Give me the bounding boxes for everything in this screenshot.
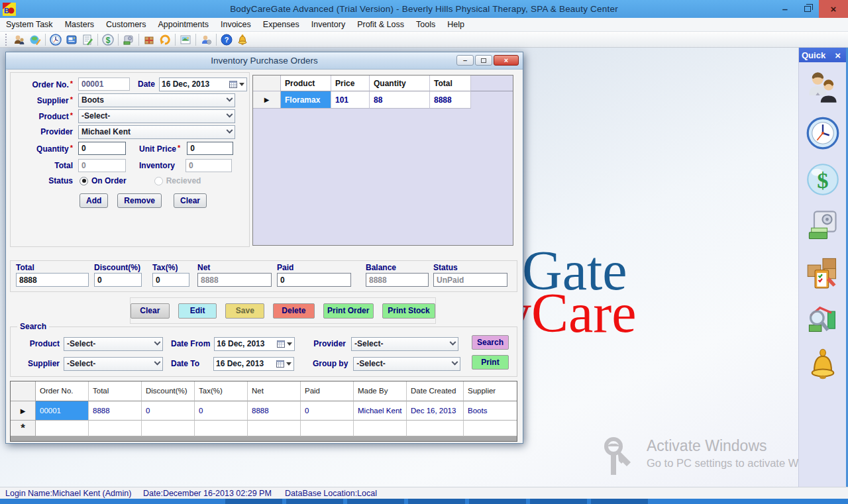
new-row-selector-cell[interactable]: * (11, 421, 36, 436)
menu-profit-loss[interactable]: Profit & Loss (351, 19, 410, 30)
cell-net[interactable]: 8888 (248, 401, 301, 421)
cell-total[interactable]: 8888 (430, 91, 471, 109)
print-button[interactable]: Print (472, 355, 509, 370)
toolbar-reminder-button[interactable] (235, 32, 250, 47)
empty-cell[interactable] (195, 421, 248, 436)
menu-inventory[interactable]: Inventory (305, 19, 351, 30)
edit-button[interactable]: Edit (178, 303, 217, 319)
supplier-combobox[interactable]: Boots (78, 93, 235, 107)
order-no-field[interactable]: 00001 (78, 77, 130, 91)
empty-cell[interactable] (301, 421, 354, 436)
toolbar-reports-button[interactable] (178, 32, 193, 47)
cell-paid[interactable]: 0 (301, 401, 354, 421)
orders-col-paid[interactable]: Paid (301, 381, 354, 401)
quantity-field[interactable]: 0 (78, 142, 126, 155)
quick-reminder-button[interactable] (806, 347, 840, 383)
cell-price[interactable]: 101 (331, 91, 370, 109)
cell-made-by[interactable]: Michael Kent (354, 401, 407, 421)
totals-discount-field[interactable]: 0 (94, 273, 142, 287)
product-combobox[interactable]: -Select- (78, 109, 235, 123)
toolbar-inventory-button[interactable] (141, 32, 157, 47)
empty-cell[interactable] (89, 421, 142, 436)
toolbar-user-search-button[interactable] (11, 32, 27, 47)
toolbar-phonebook-button[interactable] (64, 32, 80, 47)
items-col-product[interactable]: Product (281, 76, 331, 91)
empty-cell[interactable] (248, 421, 301, 436)
orders-col-made-by[interactable]: Made By (354, 381, 407, 401)
orders-col-net[interactable]: Net (248, 381, 301, 401)
menu-masters[interactable]: Masters (59, 19, 100, 30)
restore-button[interactable] (796, 0, 819, 18)
quick-inventory-button[interactable] (806, 254, 840, 290)
empty-cell[interactable] (36, 421, 89, 436)
orders-grid-row[interactable]: ▶ 00001 8888 0 0 8888 0 Michael Kent Dec… (11, 401, 517, 421)
search-product-combobox[interactable]: -Select- (64, 337, 163, 351)
clear-order-button[interactable]: Clear (131, 303, 170, 319)
items-grid-row[interactable]: ▶ Floramax 101 88 8888 (253, 91, 513, 109)
orders-col-total[interactable]: Total (89, 381, 142, 401)
quick-payments-button[interactable]: $ (806, 162, 840, 197)
save-button[interactable]: Save (225, 303, 264, 319)
dialog-maximize-button[interactable] (475, 55, 492, 66)
quick-panel-header[interactable]: Quick × (799, 48, 846, 62)
toolbar-payments-button[interactable]: $ (100, 32, 116, 47)
items-col-quantity[interactable]: Quantity (370, 76, 430, 91)
items-col-total[interactable]: Total (430, 76, 471, 91)
cell-total[interactable]: 8888 (89, 401, 142, 421)
toolbar-expenses-button[interactable] (121, 32, 136, 47)
row-selector-cell[interactable]: ▶ (11, 401, 36, 421)
toolbar-settings-button[interactable] (198, 32, 214, 47)
status-received-radio[interactable]: Recieved (154, 176, 201, 185)
clear-line-button[interactable]: Clear (174, 193, 207, 208)
provider-combobox[interactable]: Michael Kent (78, 125, 235, 139)
add-button[interactable]: Add (80, 193, 108, 208)
cell-date-created[interactable]: Dec 16, 2013 (407, 401, 464, 421)
row-selector-cell[interactable]: ▶ (253, 91, 281, 109)
menu-invoices[interactable]: Invoices (215, 19, 257, 30)
totals-total-field[interactable]: 8888 (16, 273, 89, 287)
menu-expenses[interactable]: Expenses (257, 19, 305, 30)
toolbar-clock-button[interactable] (48, 32, 64, 47)
window-titlebar[interactable]: B BodyCareGate Advanced (Trial Version) … (0, 0, 848, 18)
search-supplier-combobox[interactable]: -Select- (64, 357, 163, 371)
quick-close-icon[interactable]: × (832, 50, 843, 61)
dialog-titlebar[interactable]: Inventory Purchase Orders – × (6, 52, 523, 70)
minimize-button[interactable]: – (774, 0, 796, 18)
empty-cell[interactable] (407, 421, 464, 436)
items-col-price[interactable]: Price (331, 76, 370, 91)
totals-tax-field[interactable]: 0 (152, 273, 189, 287)
cell-product[interactable]: Floramax (281, 91, 331, 109)
delete-button[interactable]: Delete (273, 303, 314, 319)
toolbar-invoice-button[interactable] (80, 32, 95, 47)
date-to-picker[interactable]: 16 Dec, 2013 (213, 357, 294, 371)
menu-help[interactable]: Help (441, 19, 470, 30)
group-by-combobox[interactable]: -Select- (353, 357, 460, 371)
orders-col-tax[interactable]: Tax(%) (195, 381, 248, 401)
date-from-picker[interactable]: 16 Dec, 2013 (214, 337, 295, 351)
empty-cell[interactable] (464, 421, 517, 436)
toolbar-globe-edit-button[interactable] (27, 32, 43, 47)
quick-appointments-button[interactable] (806, 115, 840, 151)
orders-grid-new-row[interactable]: * (11, 421, 517, 436)
search-provider-combobox[interactable]: -Select- (351, 337, 458, 351)
status-on-order-radio[interactable]: On Order (80, 176, 127, 185)
toolbar-undo-button[interactable] (157, 32, 173, 47)
totals-paid-field[interactable]: 0 (277, 273, 351, 287)
orders-col-supplier[interactable]: Supplier (464, 381, 517, 401)
menu-appointments[interactable]: Appointments (152, 19, 215, 30)
orders-col-order-no[interactable]: Order No. (36, 381, 89, 401)
quick-cash-safe-button[interactable] (806, 208, 840, 244)
menu-customers[interactable]: Customers (100, 19, 152, 30)
cell-supplier[interactable]: Boots (464, 401, 517, 421)
cell-discount[interactable]: 0 (142, 401, 195, 421)
quick-customers-button[interactable] (806, 69, 840, 105)
orders-col-date-created[interactable]: Date Created (407, 381, 464, 401)
remove-button[interactable]: Remove (117, 193, 162, 208)
cell-order-no[interactable]: 00001 (36, 401, 89, 421)
search-button[interactable]: Search (472, 335, 509, 350)
empty-cell[interactable] (354, 421, 407, 436)
print-order-button[interactable]: Print Order (323, 303, 374, 319)
menu-system-task[interactable]: System Task (0, 19, 59, 30)
quick-stock-report-button[interactable] (806, 301, 840, 336)
cell-tax[interactable]: 0 (195, 401, 248, 421)
